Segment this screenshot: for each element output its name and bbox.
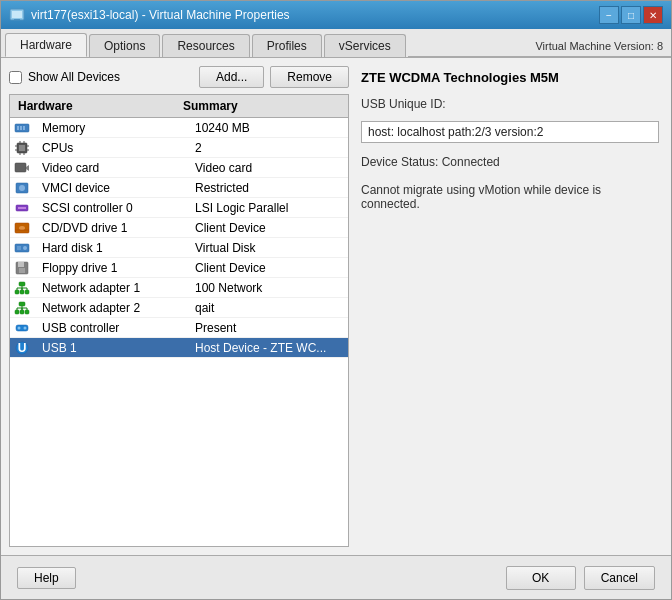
hw-rows-container: Memory 10240 MB CPUs 2 Video card Video … [10, 118, 348, 358]
table-row[interactable]: VMCI device Restricted [10, 178, 348, 198]
left-panel: Show All Devices Add... Remove Hardware … [9, 66, 349, 547]
tab-hardware[interactable]: Hardware [5, 33, 87, 57]
table-row[interactable]: Memory 10240 MB [10, 118, 348, 138]
hw-row-summary: Host Device - ZTE WC... [191, 340, 344, 356]
help-button[interactable]: Help [17, 567, 76, 589]
bottom-bar: Help OK Cancel [1, 555, 671, 599]
svg-marker-18 [26, 165, 29, 171]
scsi-icon [14, 200, 30, 216]
cpu-icon [14, 140, 30, 156]
svg-rect-1 [12, 11, 22, 18]
warning-text: Cannot migrate using vMotion while devic… [361, 183, 659, 211]
svg-rect-35 [20, 290, 24, 294]
hw-row-summary: Virtual Disk [191, 240, 344, 256]
hw-row-summary: Restricted [191, 180, 344, 196]
top-bar: Hardware Options Resources Profiles vSer… [1, 29, 671, 58]
svg-rect-43 [15, 310, 19, 314]
title-bar: virt177(esxi13-local) - Virtual Machine … [1, 1, 671, 29]
hdd-icon [14, 240, 30, 256]
hw-row-name: VMCI device [38, 180, 191, 196]
hw-row-name: Network adapter 2 [38, 300, 191, 316]
hw-row-name: Memory [38, 120, 191, 136]
net-icon [14, 280, 30, 296]
hw-row-summary: 100 Network [191, 280, 344, 296]
hw-row-name: Hard disk 1 [38, 240, 191, 256]
svg-rect-34 [15, 290, 19, 294]
minimize-button[interactable]: − [599, 6, 619, 24]
svg-rect-45 [25, 310, 29, 314]
remove-button[interactable]: Remove [270, 66, 349, 88]
hw-row-summary: Client Device [191, 260, 344, 276]
svg-rect-31 [18, 262, 24, 267]
bottom-right-buttons: OK Cancel [506, 566, 655, 590]
hw-row-name: USB controller [38, 320, 191, 336]
hw-row-name: CD/DVD drive 1 [38, 220, 191, 236]
col-summary: Summary [179, 97, 344, 115]
svg-rect-17 [15, 163, 26, 172]
tab-resources[interactable]: Resources [162, 34, 249, 57]
video-icon [14, 160, 30, 176]
floppy-icon [14, 260, 30, 276]
table-header: Hardware Summary [10, 95, 348, 118]
usb-icon: U [14, 340, 30, 356]
tab-profiles[interactable]: Profiles [252, 34, 322, 57]
table-row[interactable]: Network adapter 1 100 Network [10, 278, 348, 298]
close-button[interactable]: ✕ [643, 6, 663, 24]
table-row[interactable]: Video card Video card [10, 158, 348, 178]
hw-row-summary: qait [191, 300, 344, 316]
svg-rect-33 [19, 282, 25, 286]
tab-vservices[interactable]: vServices [324, 34, 406, 57]
show-all-label: Show All Devices [28, 70, 120, 84]
usb-id-label: USB Unique ID: [361, 97, 659, 111]
table-row[interactable]: CD/DVD drive 1 Client Device [10, 218, 348, 238]
svg-point-20 [19, 185, 25, 191]
hw-row-summary: Client Device [191, 220, 344, 236]
svg-rect-2 [14, 19, 20, 20]
svg-point-52 [18, 326, 21, 329]
device-status: Device Status: Connected [361, 155, 659, 169]
svg-rect-22 [18, 207, 26, 209]
table-row[interactable]: Floppy drive 1 Client Device [10, 258, 348, 278]
device-name: ZTE WCDMA Technologies M5M [361, 70, 659, 85]
vm-icon [9, 7, 25, 23]
hw-row-summary: Present [191, 320, 344, 336]
tabs-bar: Hardware Options Resources Profiles vSer… [1, 29, 671, 58]
main-content: Show All Devices Add... Remove Hardware … [1, 58, 671, 555]
add-button[interactable]: Add... [199, 66, 264, 88]
maximize-button[interactable]: □ [621, 6, 641, 24]
main-window: virt177(esxi13-local) - Virtual Machine … [0, 0, 672, 600]
usb-id-value: host: localhost path:2/3 version:2 [361, 121, 659, 143]
hw-row-summary: LSI Logic Parallel [191, 200, 344, 216]
hw-row-name: Floppy drive 1 [38, 260, 191, 276]
svg-rect-8 [19, 145, 25, 151]
hw-row-name: Video card [38, 160, 191, 176]
svg-text:U: U [18, 341, 27, 355]
net-icon [14, 300, 30, 316]
cancel-button[interactable]: Cancel [584, 566, 655, 590]
table-row[interactable]: SCSI controller 0 LSI Logic Parallel [10, 198, 348, 218]
svg-rect-42 [19, 302, 25, 306]
window-title: virt177(esxi13-local) - Virtual Machine … [31, 8, 290, 22]
hw-row-summary: Video card [191, 160, 344, 176]
svg-rect-36 [25, 290, 29, 294]
hw-row-name: Network adapter 1 [38, 280, 191, 296]
usbc-icon [14, 320, 30, 336]
svg-rect-44 [20, 310, 24, 314]
table-row[interactable]: Network adapter 2 qait [10, 298, 348, 318]
hw-row-name: CPUs [38, 140, 191, 156]
show-all-checkbox[interactable] [9, 71, 22, 84]
table-row[interactable]: U USB 1 Host Device - ZTE WC... [10, 338, 348, 358]
hw-row-name: USB 1 [38, 340, 191, 356]
table-row[interactable]: CPUs 2 [10, 138, 348, 158]
table-row[interactable]: Hard disk 1 Virtual Disk [10, 238, 348, 258]
tab-options[interactable]: Options [89, 34, 160, 57]
hw-buttons: Add... Remove [199, 66, 349, 88]
ok-button[interactable]: OK [506, 566, 576, 590]
svg-rect-5 [20, 126, 22, 130]
table-row[interactable]: USB controller Present [10, 318, 348, 338]
col-hardware: Hardware [14, 97, 179, 115]
svg-point-53 [24, 326, 27, 329]
svg-rect-32 [19, 268, 25, 273]
hw-row-name: SCSI controller 0 [38, 200, 191, 216]
hw-row-summary: 10240 MB [191, 120, 344, 136]
